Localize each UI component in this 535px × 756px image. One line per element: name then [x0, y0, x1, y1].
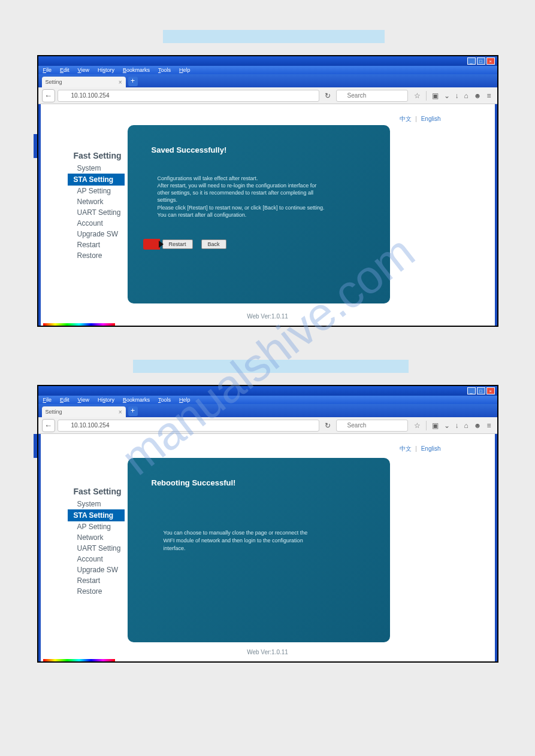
sidebar-item-system[interactable]: System — [74, 163, 125, 174]
menu-tools[interactable]: Tools — [158, 67, 171, 73]
language-switch: 中文 | English — [400, 445, 441, 453]
menu-help[interactable]: Help — [179, 67, 191, 73]
pocket-icon[interactable]: ⌄ — [444, 92, 450, 100]
menu-file[interactable]: File — [43, 397, 52, 403]
panel-buttons: Restart Back — [143, 239, 366, 250]
tab-close-icon[interactable]: × — [119, 409, 122, 415]
close-button[interactable]: × — [486, 387, 495, 394]
smiley-icon[interactable]: ☻ — [474, 421, 482, 430]
home-icon[interactable]: ⌂ — [464, 92, 468, 100]
lang-en[interactable]: English — [421, 116, 441, 122]
sidebar-item-account[interactable]: Account — [74, 218, 125, 229]
new-tab-button[interactable]: + — [128, 77, 138, 86]
menu-tools[interactable]: Tools — [158, 397, 171, 403]
menubar: File Edit View History Bookmarks Tools H… — [38, 396, 497, 404]
web-version: Web Ver:1.0.11 — [41, 313, 495, 320]
sidebar-item-sta-setting[interactable]: STA Setting — [68, 509, 125, 521]
sidebar-item-upgrade-sw[interactable]: Upgrade SW — [74, 564, 125, 575]
rainbow-bar — [43, 659, 115, 661]
minimize-button[interactable]: _ — [467, 57, 476, 65]
maximize-button[interactable]: □ — [477, 57, 485, 65]
sidebar-item-upgrade-sw[interactable]: Upgrade SW — [74, 229, 125, 239]
browser-tab[interactable]: Setting × — [42, 77, 126, 87]
pocket-icon[interactable]: ⌄ — [444, 421, 450, 430]
new-tab-button[interactable]: + — [128, 406, 138, 416]
urlbar: ← i ↻ 🔍 ☆ ▣ ⌄ ↓ ⌂ ☻ ≡ — [38, 87, 497, 104]
address-input[interactable] — [58, 420, 319, 432]
sidebar-item-system[interactable]: System — [74, 499, 125, 509]
menu-help[interactable]: Help — [179, 397, 191, 403]
sidebar-item-ap-setting[interactable]: AP Setting — [74, 186, 125, 196]
back-button[interactable]: ← — [42, 419, 55, 432]
menu-history[interactable]: History — [98, 397, 114, 403]
sidebar-item-account[interactable]: Account — [74, 554, 125, 564]
maximize-button[interactable]: □ — [477, 387, 485, 394]
language-switch: 中文 | English — [400, 115, 441, 123]
close-button[interactable]: × — [486, 57, 495, 65]
search-input[interactable] — [336, 90, 408, 102]
page-content: 中文 | English Fast Setting System STA Set… — [38, 104, 497, 326]
panel-line3: Please click [Restart] to restart now, o… — [158, 204, 325, 211]
toolbar-icons: ☆ ▣ ⌄ ↓ ⌂ ☻ ≡ — [410, 91, 494, 101]
menu-edit[interactable]: Edit — [60, 397, 69, 403]
sidebar-nav: Fast Setting System STA Setting AP Setti… — [74, 151, 125, 261]
menubar: File Edit View History Bookmarks Tools H… — [38, 66, 497, 74]
panel-text: You can choose to manually close the pag… — [164, 529, 319, 552]
lang-zh[interactable]: 中文 — [400, 116, 412, 122]
browser-tab[interactable]: Setting × — [42, 406, 126, 417]
sidebar-title: Fast Setting — [74, 151, 125, 160]
bg-edge — [34, 134, 37, 158]
address-input[interactable] — [58, 90, 319, 102]
downloads-icon[interactable]: ↓ — [455, 421, 459, 430]
bg-edge — [34, 434, 37, 458]
minimize-button[interactable]: _ — [467, 387, 476, 394]
sidebar-item-uart-setting[interactable]: UART Setting — [74, 207, 125, 218]
sidebar-item-uart-setting[interactable]: UART Setting — [74, 543, 125, 554]
sidebar-item-restore[interactable]: Restore — [74, 586, 125, 597]
toolbar-icons: ☆ ▣ ⌄ ↓ ⌂ ☻ ≡ — [410, 421, 494, 430]
restart-button[interactable]: Restart — [162, 239, 193, 249]
tab-label: Setting — [46, 79, 62, 85]
library-icon[interactable]: ▣ — [432, 92, 439, 100]
menu-view[interactable]: View — [78, 397, 89, 403]
menu-edit[interactable]: Edit — [60, 67, 69, 73]
menu-history[interactable]: History — [98, 67, 114, 73]
menu-view[interactable]: View — [78, 67, 89, 73]
bookmark-star-icon[interactable]: ☆ — [414, 421, 421, 430]
search-input[interactable] — [336, 420, 408, 432]
menu-file[interactable]: File — [43, 67, 52, 73]
sidebar-item-sta-setting[interactable]: STA Setting — [68, 174, 125, 186]
lang-zh[interactable]: 中文 — [400, 445, 412, 452]
window-controls: _ □ × — [467, 387, 495, 394]
downloads-icon[interactable]: ↓ — [455, 92, 459, 100]
sidebar-item-network[interactable]: Network — [74, 532, 125, 543]
tab-label: Setting — [46, 409, 62, 415]
panel-line1: Configurations will take effect after re… — [158, 175, 325, 182]
sidebar-item-ap-setting[interactable]: AP Setting — [74, 521, 125, 532]
menu-bookmarks[interactable]: Bookmarks — [123, 397, 150, 403]
sidebar-nav: Fast Setting System STA Setting AP Setti… — [74, 487, 125, 597]
hamburger-menu-icon[interactable]: ≡ — [486, 92, 491, 100]
tab-close-icon[interactable]: × — [119, 79, 122, 86]
back-button[interactable]: ← — [42, 89, 55, 102]
sidebar-item-restart[interactable]: Restart — [74, 239, 125, 250]
panel-title: Rebooting Successful! — [152, 478, 366, 487]
library-icon[interactable]: ▣ — [432, 421, 439, 430]
back-button[interactable]: Back — [201, 239, 226, 249]
sidebar-item-restore[interactable]: Restore — [74, 250, 125, 261]
bookmark-star-icon[interactable]: ☆ — [414, 92, 421, 100]
window-controls: _ □ × — [467, 57, 495, 65]
menu-bookmarks[interactable]: Bookmarks — [123, 67, 150, 73]
hamburger-menu-icon[interactable]: ≡ — [486, 421, 491, 430]
sidebar-item-network[interactable]: Network — [74, 196, 125, 207]
separator — [426, 91, 427, 101]
web-version: Web Ver:1.0.11 — [41, 649, 495, 655]
lang-en[interactable]: English — [421, 445, 441, 452]
smiley-icon[interactable]: ☻ — [474, 92, 482, 100]
figure-caption-1 — [163, 30, 385, 43]
reload-icon[interactable]: ↻ — [322, 421, 334, 430]
reload-icon[interactable]: ↻ — [322, 92, 334, 100]
window-titlebar: _ □ × — [38, 56, 497, 66]
home-icon[interactable]: ⌂ — [464, 421, 468, 430]
sidebar-item-restart[interactable]: Restart — [74, 575, 125, 586]
